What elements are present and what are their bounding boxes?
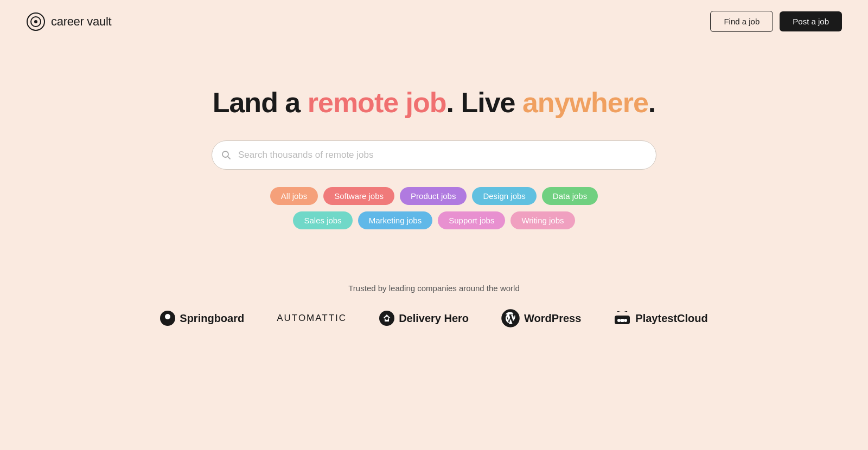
hero-title-end: . [648, 87, 655, 118]
svg-point-7 [165, 314, 170, 319]
tag-software-jobs[interactable]: Software jobs [323, 187, 394, 205]
hero-title-part1: Land a [213, 87, 308, 118]
tags-row-2: Sales jobs Marketing jobs Support jobs W… [293, 211, 575, 229]
wordpress-icon [501, 309, 520, 327]
tag-all-jobs[interactable]: All jobs [270, 187, 318, 205]
tags-container: All jobs Software jobs Product jobs Desi… [270, 187, 598, 229]
career-vault-logo-icon [26, 12, 46, 31]
delivery-hero-icon [379, 311, 394, 326]
svg-point-2 [34, 20, 37, 23]
tag-sales-jobs[interactable]: Sales jobs [293, 211, 352, 229]
svg-point-6 [164, 320, 171, 323]
tag-design-jobs[interactable]: Design jobs [472, 187, 536, 205]
company-automattic: AUTOMATTIC [277, 313, 347, 324]
find-job-button[interactable]: Find a job [710, 11, 773, 32]
companies-row: Springboard AUTOMATTIC Delivery Hero [160, 309, 707, 327]
header-actions: Find a job Post a job [710, 11, 842, 32]
springboard-icon [160, 311, 175, 326]
hero-title: Land a remote job. Live anywhere. [213, 86, 656, 119]
header: career vault Find a job Post a job [0, 0, 868, 43]
company-wordpress: WordPress [501, 309, 581, 327]
hero-section: Land a remote job. Live anywhere. All jo… [0, 43, 868, 229]
svg-rect-15 [621, 319, 624, 322]
tag-marketing-jobs[interactable]: Marketing jobs [358, 211, 433, 229]
wordpress-text: WordPress [524, 312, 581, 325]
svg-point-13 [617, 319, 621, 322]
company-delivery-hero: Delivery Hero [379, 311, 469, 326]
playtestcloud-icon [614, 311, 631, 325]
hero-title-part2: . Live [446, 87, 522, 118]
search-input[interactable] [212, 140, 656, 170]
delivery-hero-text: Delivery Hero [399, 312, 469, 325]
svg-line-4 [228, 157, 231, 159]
automattic-text: AUTOMATTIC [277, 313, 347, 324]
hero-title-accent2: anywhere [522, 87, 648, 118]
search-icon [221, 150, 231, 160]
tag-writing-jobs[interactable]: Writing jobs [510, 211, 575, 229]
logo: career vault [26, 12, 111, 31]
hero-title-accent1: remote job [308, 87, 446, 118]
company-playtestcloud: PlaytestCloud [614, 311, 707, 325]
search-container [212, 140, 656, 170]
springboard-text: Springboard [180, 312, 244, 325]
logo-text: career vault [51, 15, 111, 29]
svg-point-14 [624, 319, 627, 322]
trusted-section: Trusted by leading companies around the … [0, 284, 868, 327]
post-job-button[interactable]: Post a job [780, 11, 842, 31]
tag-product-jobs[interactable]: Product jobs [400, 187, 467, 205]
tag-support-jobs[interactable]: Support jobs [438, 211, 505, 229]
company-springboard: Springboard [160, 311, 244, 326]
tag-data-jobs[interactable]: Data jobs [542, 187, 598, 205]
svg-point-9 [385, 317, 388, 320]
trusted-label: Trusted by leading companies around the … [348, 284, 519, 293]
tags-row-1: All jobs Software jobs Product jobs Desi… [270, 187, 598, 205]
playtestcloud-text: PlaytestCloud [635, 312, 707, 325]
